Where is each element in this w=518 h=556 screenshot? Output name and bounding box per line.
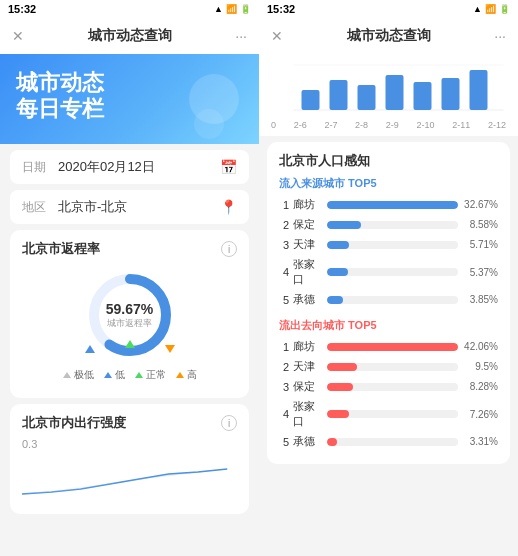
signal-icon-right: 📶 (485, 4, 496, 14)
legend-item-2: 低 (104, 368, 125, 382)
right-scroll[interactable]: 0 2-6 2-7 2-8 2-9 2-10 2-11 2-12 北京市人口感知… (259, 54, 518, 556)
bar-track (327, 201, 458, 209)
bar-fill (327, 268, 348, 276)
mobility-line-chart (22, 454, 237, 504)
legend-item-1: 极低 (63, 368, 94, 382)
top-bar-chart (269, 60, 508, 120)
bar-fill (327, 221, 361, 229)
bar-fill (327, 410, 349, 418)
bar-value: 7.26% (462, 409, 498, 420)
info-icon[interactable]: i (221, 241, 237, 257)
bar-track (327, 241, 458, 249)
mobility-info-icon[interactable]: i (221, 415, 237, 431)
bar-row: 1 廊坊 32.67% (279, 197, 498, 212)
date-label: 日期 (22, 159, 46, 176)
svg-rect-4 (302, 90, 320, 110)
header-right: ✕ 城市动态查询 ··· (259, 18, 518, 54)
bar-track (327, 363, 458, 371)
wifi-icon-right: ▲ (473, 4, 482, 14)
left-panel: 15:32 ▲ 📶 🔋 ✕ 城市动态查询 ··· 城市动态 每日专栏 日期 20… (0, 0, 259, 556)
bar-rank: 3 (279, 239, 289, 251)
bar-fill (327, 201, 458, 209)
bar-track (327, 343, 458, 351)
close-icon-right[interactable]: ✕ (271, 28, 283, 44)
outflow-subtitle: 流出去向城市 TOP5 (279, 318, 498, 333)
legend-label-3: 正常 (146, 368, 166, 382)
inflow-bars: 1 廊坊 32.67% 2 保定 8.58% 3 天津 5.71% (279, 197, 498, 307)
bar-value: 3.85% (462, 294, 498, 305)
left-scroll[interactable]: 城市动态 每日专栏 日期 2020年02月12日 📅 地区 北京市-北京 📍 北… (0, 54, 259, 556)
svg-rect-7 (386, 75, 404, 110)
axis-label-2: 2-7 (324, 120, 337, 130)
more-icon-right[interactable]: ··· (494, 28, 506, 44)
status-bar-left: 15:32 ▲ 📶 🔋 (0, 0, 259, 18)
legend-tri-2 (104, 372, 112, 378)
battery-icon-right: 🔋 (499, 4, 510, 14)
status-bar-right: 15:32 ▲ 📶 🔋 (259, 0, 518, 18)
hero-banner: 城市动态 每日专栏 (0, 54, 259, 144)
population-title: 北京市人口感知 (279, 152, 498, 170)
tri-top-center (125, 340, 135, 348)
axis-label-4: 2-9 (386, 120, 399, 130)
status-icons-right: ▲ 📶 🔋 (473, 4, 510, 14)
date-value: 2020年02月12日 (58, 158, 155, 176)
bar-name: 保定 (293, 217, 323, 232)
svg-rect-5 (330, 80, 348, 110)
legend-label-4: 高 (187, 368, 197, 382)
axis-labels: 0 2-6 2-7 2-8 2-9 2-10 2-11 2-12 (269, 120, 508, 130)
bar-value: 42.06% (462, 341, 498, 352)
bar-rank: 4 (279, 408, 289, 420)
donut-percent: 59.67% (106, 301, 153, 317)
bar-name: 廊坊 (293, 197, 323, 212)
calendar-icon: 📅 (220, 159, 237, 175)
bar-value: 32.67% (462, 199, 498, 210)
bar-rank: 1 (279, 341, 289, 353)
location-icon: 📍 (220, 199, 237, 215)
header-left: ✕ 城市动态查询 ··· (0, 18, 259, 54)
bar-name: 承德 (293, 292, 323, 307)
region-value: 北京市-北京 (58, 198, 127, 216)
mobility-card: 北京市内出行强度 i 0.3 (10, 404, 249, 514)
axis-label-0: 0 (271, 120, 276, 130)
bar-name: 保定 (293, 379, 323, 394)
mobility-value: 0.3 (22, 438, 237, 450)
more-icon[interactable]: ··· (235, 28, 247, 44)
bar-row: 3 保定 8.28% (279, 379, 498, 394)
bar-rank: 3 (279, 381, 289, 393)
legend-label-2: 低 (115, 368, 125, 382)
bar-name: 张家口 (293, 257, 323, 287)
mobility-header: 北京市内出行强度 i (22, 414, 237, 432)
axis-label-7: 2-12 (488, 120, 506, 130)
legend-tri-3 (135, 372, 143, 378)
bar-rank: 2 (279, 219, 289, 231)
svg-rect-10 (470, 70, 488, 110)
bar-value: 8.28% (462, 381, 498, 392)
mobility-title: 北京市内出行强度 (22, 414, 126, 432)
bar-fill (327, 438, 337, 446)
close-icon[interactable]: ✕ (12, 28, 24, 44)
bar-fill (327, 241, 349, 249)
bar-rank: 5 (279, 294, 289, 306)
date-field[interactable]: 日期 2020年02月12日 📅 (10, 150, 249, 184)
axis-label-1: 2-6 (294, 120, 307, 130)
region-field[interactable]: 地区 北京市-北京 📍 (10, 190, 249, 224)
legend: 极低 低 正常 高 (63, 368, 197, 382)
bar-rank: 1 (279, 199, 289, 211)
bar-track (327, 296, 458, 304)
header-title-right: 城市动态查询 (347, 27, 431, 45)
population-card: 北京市人口感知 流入来源城市 TOP5 1 廊坊 32.67% 2 保定 8.5… (267, 142, 510, 464)
status-icons-left: ▲ 📶 🔋 (214, 4, 251, 14)
bar-value: 8.58% (462, 219, 498, 230)
bar-value: 5.37% (462, 267, 498, 278)
bar-name: 天津 (293, 237, 323, 252)
svg-rect-6 (358, 85, 376, 110)
bar-track (327, 438, 458, 446)
wifi-icon: ▲ (214, 4, 223, 14)
bar-name: 承德 (293, 434, 323, 449)
tri-bottom-left (85, 345, 95, 353)
donut-center: 59.67% 城市返程率 (106, 301, 153, 330)
bar-value: 9.5% (462, 361, 498, 372)
hero-decoration2 (194, 109, 224, 139)
return-rate-header: 北京市返程率 i (22, 240, 237, 258)
bar-value: 3.31% (462, 436, 498, 447)
